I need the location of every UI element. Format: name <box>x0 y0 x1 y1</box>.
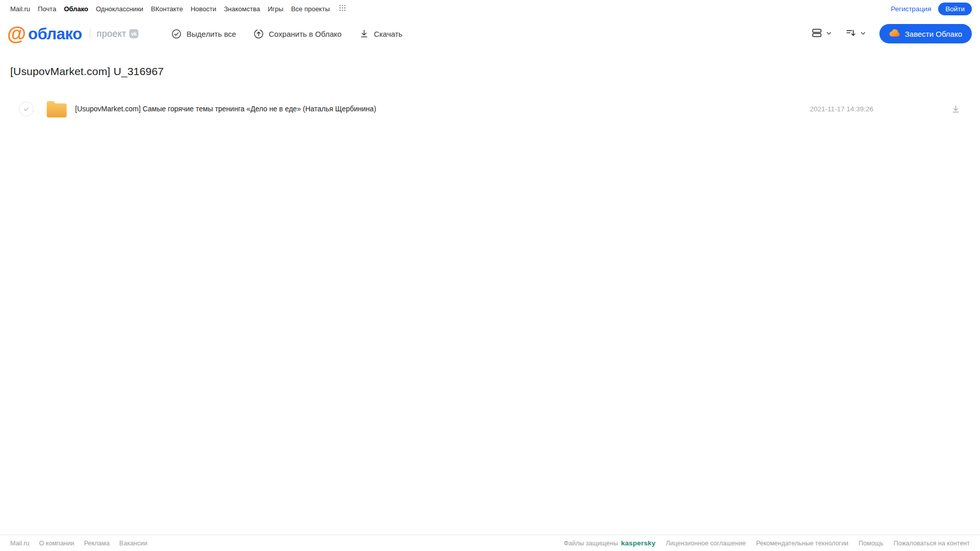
file-name-link[interactable]: [UsupovMarket.com] Самые горячие темы тр… <box>75 105 376 113</box>
footer-link-recommendation-tech[interactable]: Рекомендательные технологии <box>756 540 848 547</box>
login-button[interactable]: Войти <box>938 3 972 15</box>
registration-link[interactable]: Регистрация <box>891 5 931 13</box>
nav-link-igry[interactable]: Игры <box>268 5 283 13</box>
footer-link-report-content[interactable]: Пожаловаться на контент <box>894 540 970 547</box>
create-cloud-label: Завести Облако <box>905 30 962 38</box>
row-checkbox[interactable] <box>19 102 34 116</box>
nav-link-odnoklassniki[interactable]: Одноклассники <box>96 5 144 13</box>
save-to-cloud-label: Сохранить в Облако <box>269 30 342 38</box>
portal-nav: Mail.ru Почта Облако Одноклассники ВКонт… <box>10 4 346 13</box>
select-all-label: Выделить все <box>186 30 236 38</box>
kaspersky-protection: Файлы защищены kaspersky <box>564 539 656 547</box>
nav-link-vkontakte[interactable]: ВКонтакте <box>151 5 183 13</box>
portal-topbar: Mail.ru Почта Облако Одноклассники ВКонт… <box>0 0 980 17</box>
all-projects-grid-icon[interactable] <box>339 4 346 13</box>
download-button[interactable]: Скачать <box>359 29 402 39</box>
check-circle-icon <box>171 29 182 39</box>
main-content: [UsupovMarket.com] U_316967 [UsupovMarke… <box>0 50 980 535</box>
logo-divider <box>90 29 90 39</box>
list-view-icon <box>811 27 823 40</box>
mailru-at-icon: @ <box>7 24 26 43</box>
footer-right-links: Файлы защищены kaspersky Лицензионное со… <box>564 539 970 547</box>
save-to-cloud-button[interactable]: Сохранить в Облако <box>253 29 342 39</box>
file-date: 2021-11-17 14:39:26 <box>810 105 873 113</box>
chevron-down-icon <box>826 30 832 38</box>
sort-icon <box>845 27 857 40</box>
footer-link-jobs[interactable]: Вакансии <box>119 540 148 547</box>
nav-link-novosti[interactable]: Новости <box>190 5 216 13</box>
chevron-down-icon <box>860 30 866 38</box>
kaspersky-logo[interactable]: kaspersky <box>621 539 656 547</box>
footer-link-license[interactable]: Лицензионное соглашение <box>666 540 746 547</box>
nav-link-znakomstva[interactable]: Знакомства <box>224 5 260 13</box>
file-row[interactable]: [UsupovMarket.com] Самые горячие темы тр… <box>0 97 980 121</box>
cloud-upload-icon <box>253 29 264 39</box>
cloud-logo-text: облако <box>28 26 82 42</box>
nav-link-oblako[interactable]: Облако <box>64 5 88 13</box>
cloud-header: @ облако проект vk Выделить все Сохранит… <box>0 17 980 50</box>
nav-link-mailru[interactable]: Mail.ru <box>10 5 30 13</box>
footer-link-ads[interactable]: Реклама <box>84 540 109 547</box>
footer-link-about[interactable]: О компании <box>39 540 75 547</box>
footer-link-help[interactable]: Помощь <box>858 540 883 547</box>
row-download-button[interactable] <box>950 103 962 115</box>
project-label: проект <box>97 29 126 39</box>
nav-link-pochta[interactable]: Почта <box>38 5 56 13</box>
page-title: [UsupovMarket.com] U_316967 <box>10 65 980 78</box>
view-mode-dropdown[interactable] <box>809 25 834 42</box>
nav-link-vse-proekty[interactable]: Все проекты <box>291 5 330 13</box>
footer-left-links: Mail.ru О компании Реклама Вакансии <box>10 540 148 547</box>
download-icon <box>359 29 369 39</box>
auth-area: Регистрация Войти <box>891 3 972 15</box>
vk-badge-icon: vk <box>129 29 138 38</box>
footer: Mail.ru О компании Реклама Вакансии Файл… <box>0 535 980 551</box>
file-actions-toolbar: Выделить все Сохранить в Облако Скачать <box>171 29 402 39</box>
header-right-controls: Завести Облако <box>809 24 972 43</box>
cloud-icon <box>889 29 900 39</box>
cloud-logo[interactable]: @ облако <box>7 24 82 43</box>
create-cloud-button[interactable]: Завести Облако <box>879 24 972 43</box>
sort-dropdown[interactable] <box>843 25 868 42</box>
folder-icon <box>45 99 68 119</box>
select-all-button[interactable]: Выделить все <box>171 29 236 39</box>
download-label: Скачать <box>374 30 402 38</box>
footer-link-mailru[interactable]: Mail.ru <box>10 540 30 547</box>
protected-by-label: Файлы защищены <box>564 540 618 547</box>
